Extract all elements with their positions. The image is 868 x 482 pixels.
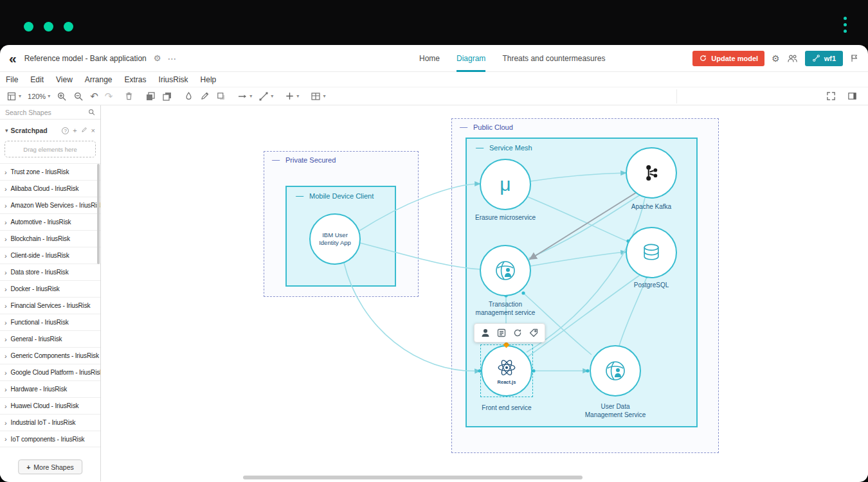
tab-threats-countermeasures[interactable]: Threats and countermeasures <box>502 45 605 72</box>
connection-style-button[interactable]: ▾ <box>234 89 255 104</box>
tab-diagram[interactable]: Diagram <box>457 45 485 72</box>
sidebar-item-automotive[interactable]: ›Automotive - IriusRisk <box>0 213 100 230</box>
waypoint-style-button[interactable]: ▾ <box>255 89 276 104</box>
fullscreen-button[interactable] <box>823 89 839 104</box>
zoom-level-dropdown[interactable]: 120% ▾ <box>24 89 53 104</box>
scratchpad-dropzone[interactable]: Drag elements here <box>5 141 96 157</box>
sidebar-item-label: Client-side - IriusRisk <box>11 252 69 259</box>
menu-view[interactable]: View <box>56 75 73 84</box>
menu-arrange[interactable]: Arrange <box>85 75 113 84</box>
sidebar-item-amazon-web-services[interactable]: ›Amazon Web Services - IriusRisk <box>0 197 100 213</box>
node-user-data-management[interactable] <box>590 345 641 397</box>
node-erasure-microservice[interactable]: μ <box>480 159 531 210</box>
scratchpad-help-icon[interactable]: ? <box>62 127 69 134</box>
sidebar-item-client-side[interactable]: ›Client-side - IriusRisk <box>0 247 100 263</box>
collapse-sidebar-icon[interactable]: « <box>9 51 15 65</box>
plus-icon <box>285 91 294 101</box>
scratchpad-header[interactable]: ▾ Scratchpad ? + × <box>0 124 100 137</box>
sidebar-item-data-store[interactable]: ›Data store - IriusRisk <box>0 263 100 280</box>
collapse-minus-icon[interactable]: — <box>460 123 467 131</box>
sidebar-item-general[interactable]: ›General - IriusRisk <box>0 330 100 347</box>
kebab-menu-icon[interactable] <box>844 17 847 33</box>
sidebar-item-hardware[interactable]: ›Hardware - IriusRisk <box>0 380 100 397</box>
node-apache-kafka[interactable] <box>626 147 677 199</box>
plus-icon: + <box>26 463 30 471</box>
threat-agent-icon[interactable] <box>480 328 491 338</box>
menu-edit[interactable]: Edit <box>30 75 44 84</box>
redo-button[interactable]: ↷ <box>102 89 116 104</box>
more-options-icon[interactable]: ⋯ <box>167 53 176 64</box>
window-dot[interactable] <box>44 22 53 31</box>
collapse-minus-icon[interactable]: — <box>476 144 484 152</box>
node-label-kafka: Apache Kafka <box>619 202 683 211</box>
menu-help[interactable]: Help <box>201 75 217 84</box>
window-dot[interactable] <box>64 22 73 31</box>
shadow-button[interactable] <box>213 89 229 104</box>
menu-file[interactable]: File <box>6 75 18 84</box>
pencil-icon <box>200 91 210 101</box>
sidebar-item-huawei-cloud[interactable]: ›Huawei Cloud - IriusRisk <box>0 397 100 414</box>
to-front-button[interactable] <box>142 89 159 104</box>
sidebar-item-label: Financial Services - IriusRisk <box>11 302 91 309</box>
main-tabs: Home Diagram Threats and countermeasures <box>419 45 605 72</box>
refresh-icon[interactable] <box>512 328 523 338</box>
view-selector-button[interactable]: ▾ <box>3 89 24 104</box>
chevron-right-icon: › <box>5 402 7 410</box>
collapse-minus-icon[interactable]: — <box>296 192 303 200</box>
settings-gear-icon[interactable]: ⚙ <box>772 53 780 64</box>
node-label-postgresql: PostgreSQL <box>619 281 683 289</box>
node-transaction-management[interactable] <box>480 245 531 296</box>
sidebar-item-docker[interactable]: ›Docker - IriusRisk <box>0 280 100 297</box>
sidebar-item-google-cloud-platform[interactable]: ›Google Cloud Platform - IriusRisk <box>0 364 100 380</box>
node-postgresql[interactable] <box>626 227 677 278</box>
window-dot[interactable] <box>24 22 33 31</box>
scratchpad-edit-icon[interactable] <box>81 127 87 134</box>
line-color-button[interactable] <box>197 89 213 104</box>
page-view-icon <box>6 91 17 102</box>
sidebar-item-functional[interactable]: ›Functional - IriusRisk <box>0 314 100 330</box>
undo-button[interactable]: ↶ <box>87 89 102 104</box>
content-area: ▾ Scratchpad ? + × Drag elements here ›T… <box>0 105 868 481</box>
scratchpad-close-icon[interactable]: × <box>91 127 95 134</box>
zoom-in-button[interactable] <box>53 89 70 104</box>
sidebar-item-alibaba-cloud[interactable]: ›Alibaba Cloud - IriusRisk <box>0 180 100 197</box>
sidebar-item-iot-components[interactable]: ›IoT components - IriusRisk <box>0 431 100 447</box>
tag-icon[interactable] <box>529 328 539 338</box>
chevron-right-icon: › <box>5 285 7 293</box>
sidebar-item-generic-components[interactable]: ›Generic Components - IriusRisk <box>0 347 100 364</box>
zoom-in-icon <box>57 91 67 102</box>
collapse-minus-icon[interactable]: — <box>272 156 280 164</box>
menu-extras[interactable]: Extras <box>125 75 147 84</box>
collaborators-icon[interactable] <box>787 53 798 64</box>
search-input[interactable] <box>5 109 81 116</box>
workflow-state-button[interactable]: wf1 <box>805 51 843 66</box>
database-icon <box>640 241 663 264</box>
update-model-button[interactable]: Update model <box>692 51 764 66</box>
fill-color-button[interactable] <box>181 89 197 104</box>
chevron-right-icon: › <box>5 252 7 260</box>
menu-iriusrisk[interactable]: IriusRisk <box>159 75 188 84</box>
node-ibm-user-identity[interactable]: IBM User Identity App <box>309 213 361 265</box>
diagram-canvas[interactable]: — Private Secured — Public Cloud — Mobil… <box>101 105 868 481</box>
table-button[interactable]: ▾ <box>307 89 329 104</box>
horizontal-scrollbar[interactable] <box>243 476 583 479</box>
format-panel-button[interactable] <box>844 89 860 104</box>
details-list-icon[interactable] <box>496 328 507 338</box>
sidebar-item-trust-zone[interactable]: ›Trust zone - IriusRisk <box>0 163 100 180</box>
sidebar-item-industrial-iot[interactable]: ›Industrial IoT - IriusRisk <box>0 414 100 431</box>
more-shapes-button[interactable]: + More Shapes <box>18 460 82 474</box>
scratchpad-add-icon[interactable]: + <box>73 127 77 134</box>
tab-home[interactable]: Home <box>419 45 440 72</box>
window: « Reference model - Bank application ⚙ ⋯… <box>0 0 868 482</box>
sidebar-item-financial-services[interactable]: ›Financial Services - IriusRisk <box>0 297 100 314</box>
sidebar-item-blockchain[interactable]: ›Blockchain - IriusRisk <box>0 230 100 247</box>
flag-icon[interactable] <box>850 53 859 63</box>
model-settings-gear-icon[interactable]: ⚙ <box>154 53 161 63</box>
delete-button[interactable] <box>121 89 137 104</box>
zoom-out-button[interactable] <box>70 89 87 104</box>
shape-search <box>0 105 100 120</box>
to-back-button[interactable] <box>159 89 176 104</box>
insert-button[interactable]: ▾ <box>282 89 302 104</box>
chevron-right-icon: › <box>5 269 7 276</box>
sidebar-scrollbar[interactable] <box>97 164 100 264</box>
